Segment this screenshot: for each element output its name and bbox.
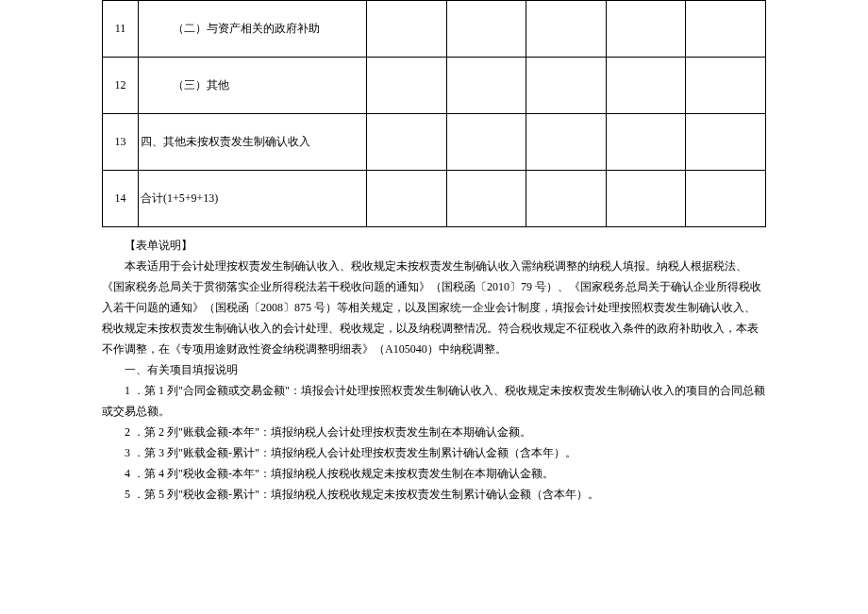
cell-blank <box>367 1 447 58</box>
cell-blank <box>526 171 607 227</box>
explanation-block: 【表单说明】 本表适用于会计处理按权责发生制确认收入、税收规定未按权责发生制确认… <box>102 235 766 505</box>
table-row: 13 四、其他未按权责发生制确认收入 <box>103 114 766 171</box>
explain-para1: 本表适用于会计处理按权责发生制确认收入、税收规定未按权责发生制确认收入需纳税调整… <box>102 256 766 359</box>
cell-blank <box>446 58 526 114</box>
table-row: 11 （二）与资产相关的政府补助 <box>103 1 766 58</box>
row-number: 11 <box>103 1 139 58</box>
row-number: 13 <box>103 114 139 171</box>
cell-blank <box>367 114 447 171</box>
table-row: 12 （三）其他 <box>103 58 766 114</box>
explain-item-4: 4 ．第 4 列"税收金额-本年"：填报纳税人按税收规定未按权责发生制在本期确认… <box>102 463 766 484</box>
row-desc: （二）与资产相关的政府补助 <box>139 1 367 58</box>
row-number: 12 <box>103 58 139 114</box>
cell-blank <box>686 1 766 58</box>
explain-item-5: 5 ．第 5 列"税收金额-累计"：填报纳税人按税收规定未按权责发生制累计确认金… <box>102 484 766 505</box>
cell-blank <box>606 114 686 171</box>
explain-title: 【表单说明】 <box>102 235 766 256</box>
cell-blank <box>686 114 766 171</box>
cell-blank <box>606 1 686 58</box>
form-table: 11 （二）与资产相关的政府补助 12 （三）其他 13 四、其他未按权责发生制… <box>102 0 766 227</box>
cell-blank <box>686 58 766 114</box>
cell-blank <box>446 171 526 227</box>
cell-blank <box>367 58 447 114</box>
cell-blank <box>526 58 607 114</box>
explain-item-1: 1 ．第 1 列"合同金额或交易金额"：填报会计处理按照权责发生制确认收入、税收… <box>102 380 766 422</box>
row-number: 14 <box>103 171 139 227</box>
cell-blank <box>686 171 766 227</box>
cell-blank <box>526 114 607 171</box>
cell-blank <box>606 58 686 114</box>
explain-section1: 一、有关项目填报说明 <box>102 359 766 380</box>
explain-item-2: 2 ．第 2 列"账载金额-本年"：填报纳税人会计处理按权责发生制在本期确认金额… <box>102 422 766 442</box>
row-desc: 合计(1+5+9+13) <box>139 171 367 227</box>
table-row: 14 合计(1+5+9+13) <box>103 171 766 227</box>
cell-blank <box>446 1 526 58</box>
row-desc: 四、其他未按权责发生制确认收入 <box>139 114 367 171</box>
explain-item-3: 3 ．第 3 列"账载金额-累计"：填报纳税人会计处理按权责发生制累计确认金额（… <box>102 442 766 463</box>
cell-blank <box>367 171 447 227</box>
cell-blank <box>606 171 686 227</box>
row-desc: （三）其他 <box>139 58 367 114</box>
cell-blank <box>526 1 607 58</box>
cell-blank <box>446 114 526 171</box>
